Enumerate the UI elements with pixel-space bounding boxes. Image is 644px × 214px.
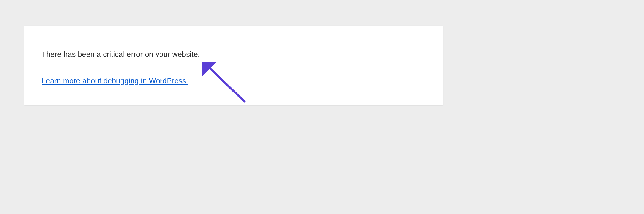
error-card: There has been a critical error on your … [24, 26, 443, 105]
error-message: There has been a critical error on your … [42, 50, 426, 59]
debug-link[interactable]: Learn more about debugging in WordPress. [42, 77, 188, 85]
